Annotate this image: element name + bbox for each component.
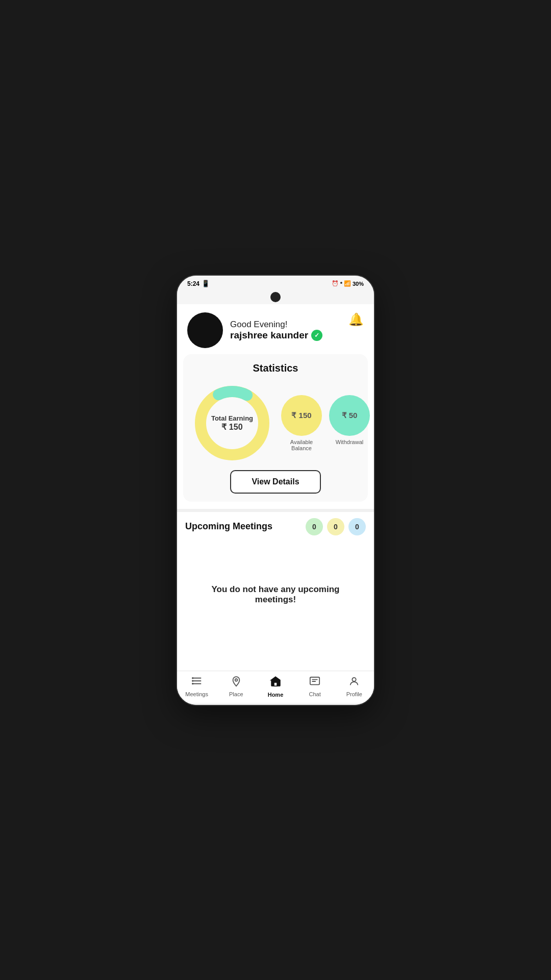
header-info: Good Evening! rajshree kaunder ✓ [230, 320, 364, 341]
profile-icon [348, 676, 360, 689]
greeting-text: Good Evening! [230, 320, 364, 330]
place-label: Place [229, 691, 243, 697]
stats-body: Total Earning ₹ 150 ₹ 150 Available Bala… [191, 382, 360, 464]
upcoming-title: Upcoming Meetings [185, 521, 272, 532]
scrollable-content: Good Evening! rajshree kaunder ✓ 🔔 Stati… [177, 304, 374, 703]
main-area: Good Evening! rajshree kaunder ✓ 🔔 Stati… [177, 304, 374, 703]
svg-point-5 [192, 678, 193, 679]
available-amount: ₹ 150 [281, 395, 322, 436]
upcoming-header: Upcoming Meetings 0 0 0 [185, 518, 366, 535]
withdrawal-label: Withdrawal [336, 439, 363, 445]
svg-point-7 [192, 683, 193, 684]
withdrawal-card: ₹ 50 Withdrawal [329, 395, 370, 451]
gesture-bar: ||| ○ ‹ [177, 703, 374, 706]
status-bar: 5:24 📱 ⏰ * 📶 30% [177, 276, 374, 292]
meetings-label: Meetings [185, 691, 208, 697]
battery-display: 30% [353, 281, 364, 287]
whatsapp-icon: 📱 [202, 280, 210, 287]
statistics-section: Statistics Total Earning ₹ 150 [183, 354, 368, 502]
available-balance-card: ₹ 150 Available Balance [281, 395, 322, 451]
view-details-button[interactable]: View Details [230, 470, 320, 494]
camera-bar [177, 292, 374, 304]
meetings-icon [191, 675, 203, 689]
nav-meetings[interactable]: Meetings [182, 675, 212, 697]
no-meetings-message: You do not have any upcoming meetings! [185, 544, 366, 646]
username-row: rajshree kaunder ✓ [230, 330, 364, 341]
verified-badge: ✓ [311, 330, 322, 341]
chat-icon [309, 676, 320, 689]
donut-center: Total Earning ₹ 150 [211, 414, 253, 432]
statistics-title: Statistics [191, 362, 360, 374]
home-icon [269, 675, 282, 690]
available-label: Available Balance [281, 439, 322, 451]
donut-chart: Total Earning ₹ 150 [191, 382, 273, 464]
badge-yellow: 0 [327, 518, 344, 535]
svg-rect-9 [274, 682, 277, 686]
badge-blue: 0 [348, 518, 366, 535]
avatar [187, 312, 223, 348]
profile-label: Profile [346, 691, 362, 697]
profile-header: Good Evening! rajshree kaunder ✓ 🔔 [177, 304, 374, 354]
donut-value: ₹ 150 [211, 422, 253, 432]
bottom-navigation: Meetings Place Home [177, 671, 374, 703]
camera-dot [270, 292, 281, 302]
badge-green: 0 [306, 518, 323, 535]
svg-point-13 [353, 677, 356, 681]
nav-home[interactable]: Home [260, 675, 291, 698]
svg-point-8 [235, 678, 237, 681]
withdrawal-amount: ₹ 50 [329, 395, 370, 436]
notification-bell[interactable]: 🔔 [348, 312, 364, 327]
place-icon [231, 676, 242, 689]
time-display: 5:24 [187, 280, 199, 287]
meeting-badges: 0 0 0 [306, 518, 366, 535]
status-time: 5:24 📱 [187, 280, 210, 287]
donut-label: Total Earning [211, 414, 253, 422]
status-indicators: ⏰ * 📶 30% [332, 280, 364, 287]
chat-label: Chat [309, 691, 321, 697]
svg-rect-10 [310, 677, 319, 684]
nav-chat[interactable]: Chat [299, 676, 330, 697]
signal-icon: 📶 [344, 280, 351, 287]
nav-place[interactable]: Place [221, 676, 252, 697]
bluetooth-icon: * [340, 281, 342, 287]
username-text: rajshree kaunder [230, 330, 308, 341]
upcoming-meetings-section: Upcoming Meetings 0 0 0 You do not have [177, 512, 374, 650]
balance-circles: ₹ 150 Available Balance ₹ 50 Withdrawal [281, 395, 370, 451]
balance-cards: ₹ 150 Available Balance ₹ 50 Withdrawal [281, 395, 370, 451]
svg-point-6 [192, 680, 193, 681]
home-label: Home [268, 692, 284, 698]
alarm-icon: ⏰ [332, 280, 339, 287]
nav-profile[interactable]: Profile [339, 676, 369, 697]
